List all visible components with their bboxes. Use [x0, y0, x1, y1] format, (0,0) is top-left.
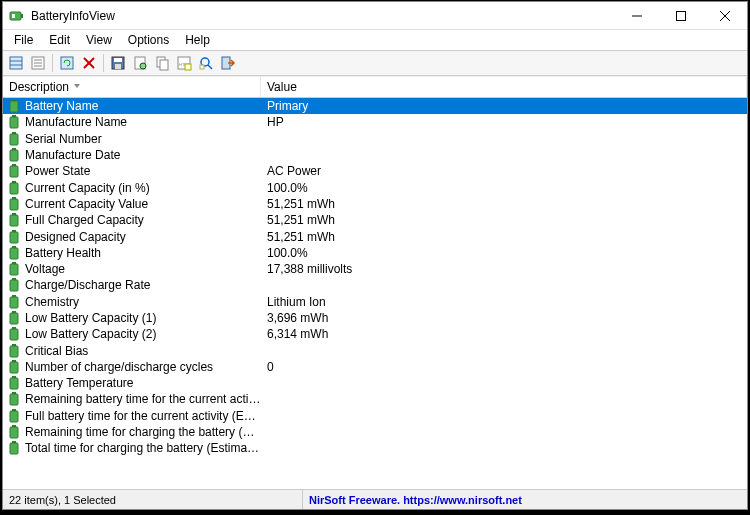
svg-rect-14 [61, 57, 73, 69]
battery-icon [9, 213, 21, 227]
battery-icon [9, 230, 21, 244]
close-button[interactable] [703, 2, 747, 30]
menu-help[interactable]: Help [178, 31, 217, 49]
table-row[interactable]: Low Battery Capacity (2)6,314 mWh [3, 326, 747, 342]
table-row[interactable]: Designed Capacity51,251 mWh [3, 228, 747, 244]
battery-icon [9, 344, 21, 358]
table-row[interactable]: Manufacture Date [3, 147, 747, 163]
menu-edit[interactable]: Edit [42, 31, 77, 49]
svg-rect-62 [10, 346, 18, 357]
table-row[interactable]: Total time for charging the battery (Est… [3, 440, 747, 456]
table-row[interactable]: Charge/Discharge Rate [3, 277, 747, 293]
table-row[interactable]: Power StateAC Power [3, 163, 747, 179]
menu-options[interactable]: Options [121, 31, 176, 49]
statusbar: 22 item(s), 1 Selected NirSoft Freeware.… [3, 489, 747, 509]
toolbar-refresh-icon[interactable] [57, 53, 77, 73]
minimize-button[interactable] [615, 2, 659, 30]
toolbar: HTML [3, 50, 747, 76]
table-row[interactable]: Battery Temperature [3, 375, 747, 391]
svg-rect-40 [10, 166, 18, 177]
table-row[interactable]: ChemistryLithium Ion [3, 294, 747, 310]
toolbar-save-icon[interactable] [108, 53, 128, 73]
row-description: Battery Temperature [25, 376, 261, 390]
column-header-label: Value [267, 80, 297, 94]
table-row[interactable]: Serial Number [3, 131, 747, 147]
battery-icon [9, 262, 21, 276]
row-value: HP [261, 115, 284, 129]
svg-rect-64 [10, 362, 18, 373]
svg-line-5 [720, 11, 730, 21]
battery-icon [9, 115, 21, 129]
svg-rect-4 [677, 11, 686, 20]
battery-icon [9, 360, 21, 374]
row-description: Battery Health [25, 246, 261, 260]
toolbar-separator [103, 54, 104, 72]
table-row[interactable]: Current Capacity Value51,251 mWh [3, 196, 747, 212]
window-title: BatteryInfoView [31, 9, 615, 23]
row-description: Full battery time for the current activi… [25, 409, 261, 423]
table-row[interactable]: Full Charged Capacity51,251 mWh [3, 212, 747, 228]
svg-rect-42 [10, 183, 18, 194]
data-list[interactable]: Battery NamePrimaryManufacture NameHPSer… [3, 98, 747, 489]
svg-rect-74 [10, 443, 18, 454]
column-header-description[interactable]: Description [3, 77, 261, 97]
toolbar-exit-icon[interactable] [218, 53, 238, 73]
sort-indicator-icon [73, 83, 81, 91]
row-description: Manufacture Date [25, 148, 261, 162]
toolbar-html-icon[interactable]: HTML [174, 53, 194, 73]
svg-rect-1 [21, 14, 23, 18]
battery-icon [9, 392, 21, 406]
column-header-value[interactable]: Value [261, 77, 747, 97]
svg-rect-29 [200, 65, 204, 69]
battery-icon [9, 409, 21, 423]
battery-icon [9, 164, 21, 178]
toolbar-properties-icon[interactable] [130, 53, 150, 73]
battery-icon [9, 311, 21, 325]
table-row[interactable]: Battery Health100.0% [3, 245, 747, 261]
svg-rect-50 [10, 248, 18, 259]
table-row[interactable]: Full battery time for the current activi… [3, 408, 747, 424]
toolbar-view-list-icon[interactable] [28, 53, 48, 73]
table-row[interactable]: Battery NamePrimary [3, 98, 747, 114]
svg-rect-34 [10, 117, 18, 128]
table-row[interactable]: Number of charge/discharge cycles0 [3, 359, 747, 375]
table-row[interactable]: Remaining time for charging the battery … [3, 424, 747, 440]
svg-rect-26 [185, 64, 191, 70]
status-item-count: 22 item(s), 1 Selected [3, 490, 303, 509]
row-description: Battery Name [25, 99, 261, 113]
toolbar-view-details-icon[interactable] [6, 53, 26, 73]
battery-icon [9, 425, 21, 439]
row-description: Remaining time for charging the battery … [25, 425, 261, 439]
toolbar-find-icon[interactable] [196, 53, 216, 73]
row-description: Serial Number [25, 132, 261, 146]
row-description: Low Battery Capacity (2) [25, 327, 261, 341]
table-row[interactable]: Low Battery Capacity (1)3,696 mWh [3, 310, 747, 326]
table-row[interactable]: Critical Bias [3, 342, 747, 358]
row-description: Designed Capacity [25, 230, 261, 244]
table-row[interactable]: Remaining battery time for the current a… [3, 391, 747, 407]
table-row[interactable]: Current Capacity (in %)100.0% [3, 179, 747, 195]
menu-view[interactable]: View [79, 31, 119, 49]
svg-rect-66 [10, 378, 18, 389]
table-row[interactable]: Manufacture NameHP [3, 114, 747, 130]
menubar: File Edit View Options Help [3, 30, 747, 50]
row-description: Charge/Discharge Rate [25, 278, 261, 292]
svg-rect-0 [10, 12, 21, 20]
toolbar-delete-icon[interactable] [79, 53, 99, 73]
maximize-button[interactable] [659, 2, 703, 30]
toolbar-copy-icon[interactable] [152, 53, 172, 73]
svg-rect-44 [10, 199, 18, 210]
row-value: 17,388 millivolts [261, 262, 352, 276]
svg-rect-70 [10, 411, 18, 422]
svg-rect-52 [10, 264, 18, 275]
row-description: Remaining battery time for the current a… [25, 392, 261, 406]
row-description: Total time for charging the battery (Est… [25, 441, 261, 455]
row-description: Number of charge/discharge cycles [25, 360, 261, 374]
status-credit-link[interactable]: NirSoft Freeware. https://www.nirsoft.ne… [303, 490, 528, 509]
table-row[interactable]: Voltage17,388 millivolts [3, 261, 747, 277]
svg-rect-38 [10, 150, 18, 161]
battery-icon [9, 441, 21, 455]
menu-file[interactable]: File [7, 31, 40, 49]
row-value: Primary [261, 99, 308, 113]
svg-line-28 [208, 65, 212, 69]
